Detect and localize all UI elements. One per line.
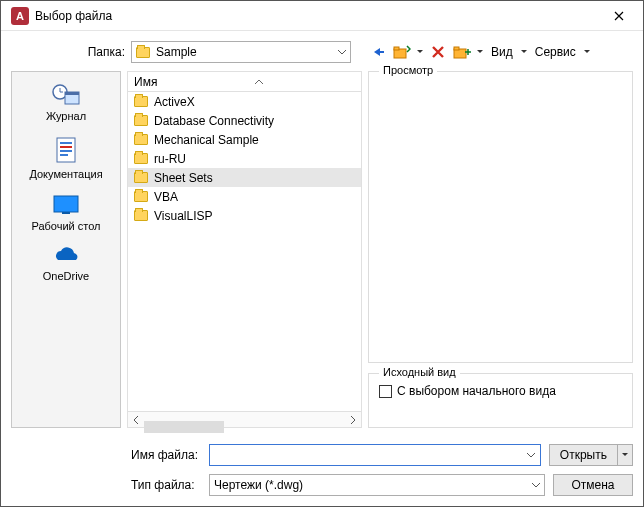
list-item[interactable]: VBA <box>128 187 361 206</box>
filetype-label: Тип файла: <box>131 478 201 492</box>
places-label: Журнал <box>46 110 86 122</box>
svg-rect-7 <box>65 92 79 95</box>
folder-icon <box>134 96 148 107</box>
filetype-combo[interactable]: Чертежи (*.dwg) <box>209 474 545 496</box>
svg-rect-10 <box>60 146 72 148</box>
places-bar: Журнал Документация Рабочий стол OneDriv… <box>11 71 121 428</box>
places-docs[interactable]: Документация <box>12 136 120 180</box>
list-item[interactable]: ActiveX <box>128 92 361 111</box>
filename-input[interactable] <box>209 444 541 466</box>
folder-icon <box>134 210 148 221</box>
svg-rect-9 <box>60 142 72 144</box>
view-menu-caret[interactable] <box>519 50 529 54</box>
list-header-name: Имя <box>128 75 157 89</box>
list-item[interactable]: VisualLISP <box>128 206 361 225</box>
chevron-down-icon[interactable] <box>522 445 540 465</box>
content-area: Журнал Документация Рабочий стол OneDriv… <box>11 71 633 428</box>
list-item[interactable]: Sheet Sets <box>128 168 361 187</box>
scroll-left-icon[interactable] <box>128 413 144 427</box>
folder-icon <box>134 153 148 164</box>
folder-icon <box>134 172 148 183</box>
list-item[interactable]: Mechanical Sample <box>128 130 361 149</box>
open-button[interactable]: Открыть <box>549 444 617 466</box>
folder-combo[interactable]: Sample <box>131 41 351 63</box>
svg-rect-2 <box>394 47 399 50</box>
cancel-button[interactable]: Отмена <box>553 474 633 496</box>
checkbox-icon <box>379 385 392 398</box>
places-label: Рабочий стол <box>31 220 100 232</box>
checkbox-label: С выбором начального вида <box>397 384 556 398</box>
dialog-body: Папка: Sample <box>1 31 643 506</box>
onedrive-icon <box>51 246 81 266</box>
right-column: Просмотр Исходный вид С выбором начально… <box>368 71 633 428</box>
up-dropdown[interactable] <box>415 50 425 54</box>
svg-rect-0 <box>379 51 384 53</box>
places-onedrive[interactable]: OneDrive <box>12 246 120 282</box>
list-item-label: Sheet Sets <box>154 171 213 185</box>
places-desktop[interactable]: Рабочий стол <box>12 194 120 232</box>
svg-rect-4 <box>454 47 459 50</box>
scroll-right-icon[interactable] <box>345 413 361 427</box>
list-item[interactable]: ru-RU <box>128 149 361 168</box>
svg-rect-12 <box>60 154 68 156</box>
folder-combo-value: Sample <box>156 45 197 59</box>
tools-menu-label: Сервис <box>535 45 576 59</box>
desktop-icon <box>52 194 80 216</box>
toolbar: Вид Сервис <box>367 41 592 63</box>
initial-view-checkbox[interactable]: С выбором начального вида <box>379 384 622 398</box>
bottom-area: Имя файла: Открыть Тип файла: Чертежи (*… <box>11 428 633 496</box>
places-label: OneDrive <box>43 270 89 282</box>
list-item-label: VisualLISP <box>154 209 212 223</box>
list-item-label: ActiveX <box>154 95 195 109</box>
folder-new-icon <box>453 45 471 59</box>
horizontal-scrollbar[interactable] <box>127 412 362 428</box>
filetype-value: Чертежи (*.dwg) <box>210 478 526 492</box>
svg-rect-11 <box>60 150 72 152</box>
arrow-left-icon <box>370 46 386 58</box>
svg-rect-13 <box>54 196 78 212</box>
source-view-legend: Исходный вид <box>379 366 460 378</box>
filename-row: Имя файла: Открыть <box>131 444 633 466</box>
folder-label: Папка: <box>81 45 125 59</box>
open-button-dropdown[interactable] <box>617 444 633 466</box>
open-button-split: Открыть <box>549 444 633 466</box>
svg-rect-14 <box>62 212 70 214</box>
places-label: Документация <box>29 168 102 180</box>
folder-icon <box>134 115 148 126</box>
file-list[interactable]: ActiveXDatabase ConnectivityMechanical S… <box>127 91 362 412</box>
delete-x-icon <box>432 46 444 58</box>
filetype-row: Тип файла: Чертежи (*.dwg) Отмена <box>131 474 633 496</box>
scroll-thumb[interactable] <box>144 421 224 433</box>
preview-group: Просмотр <box>368 71 633 363</box>
tools-menu[interactable]: Сервис <box>531 45 580 59</box>
window-title: Выбор файла <box>35 9 599 23</box>
places-history[interactable]: Журнал <box>12 82 120 122</box>
history-icon <box>51 82 81 106</box>
folder-up-icon <box>393 45 411 59</box>
preview-legend: Просмотр <box>379 64 437 76</box>
sort-indicator-icon <box>255 79 263 84</box>
app-icon: A <box>11 7 29 25</box>
back-button[interactable] <box>367 41 389 63</box>
source-view-group: Исходный вид С выбором начального вида <box>368 373 633 428</box>
list-item-label: Database Connectivity <box>154 114 274 128</box>
titlebar: A Выбор файла <box>1 1 643 31</box>
folder-icon <box>136 47 150 58</box>
delete-button[interactable] <box>427 41 449 63</box>
new-folder-dropdown[interactable] <box>475 50 485 54</box>
chevron-down-icon[interactable] <box>526 475 544 495</box>
new-folder-button[interactable] <box>451 41 473 63</box>
up-button[interactable] <box>391 41 413 63</box>
chevron-down-icon <box>338 50 346 55</box>
list-item-label: VBA <box>154 190 178 204</box>
close-button[interactable] <box>599 2 639 30</box>
folder-row: Папка: Sample <box>11 39 633 65</box>
tools-menu-caret[interactable] <box>582 50 592 54</box>
filename-label: Имя файла: <box>131 448 201 462</box>
view-menu[interactable]: Вид <box>487 45 517 59</box>
document-icon <box>54 136 78 164</box>
list-item[interactable]: Database Connectivity <box>128 111 361 130</box>
dialog-window: A Выбор файла Папка: Sample <box>0 0 644 507</box>
list-header[interactable]: Имя <box>127 71 362 91</box>
list-item-label: ru-RU <box>154 152 186 166</box>
